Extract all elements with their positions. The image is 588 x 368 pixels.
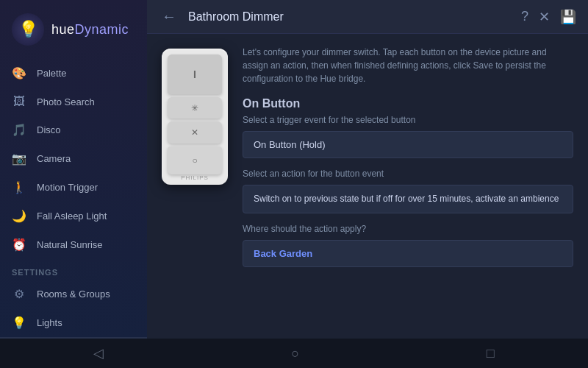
main-content: ← Bathroom Dimmer ? ✕ 💾 I ✳ (147, 0, 588, 339)
nav-recents-button[interactable]: □ (472, 340, 509, 367)
close-button[interactable]: ✕ (539, 9, 550, 25)
palette-icon: 🎨 (12, 66, 26, 80)
sidebar-item-natural-sunrise[interactable]: ⏰ Natural Sunrise (0, 230, 147, 259)
sidebar: 💡 hueDynamic 🎨 Palette 🖼 Photo Search 🎵 … (0, 0, 147, 339)
nav-back-button[interactable]: ◁ (79, 339, 118, 367)
trigger-value[interactable]: On Button (Hold) (243, 131, 573, 158)
button-section-title: On Button (243, 97, 573, 110)
sidebar-item-label: Rooms & Groups (37, 289, 110, 300)
dimmer-dim-button[interactable]: ✕ (168, 121, 222, 144)
sidebar-item-label: Lights (37, 317, 62, 328)
photo-search-icon: 🖼 (12, 95, 26, 108)
sidebar-item-photo-search[interactable]: 🖼 Photo Search (0, 88, 147, 116)
sidebar-item-label: Fall Asleep Light (37, 210, 107, 222)
camera-icon: 📷 (12, 152, 26, 166)
bottom-nav: ◁ ○ □ (0, 339, 588, 368)
nav-home-button[interactable]: ○ (276, 340, 314, 367)
sidebar-item-label: Palette (37, 68, 66, 79)
help-button[interactable]: ? (521, 9, 528, 24)
logo-icon: 💡 (12, 13, 44, 46)
settings-section-label: Settings (0, 259, 147, 280)
trigger-label: Select a trigger event for the selected … (243, 115, 573, 125)
dimmer-brighten-button[interactable]: ✳ (168, 97, 222, 119)
dimmer-switch: I ✳ ✕ ○ PHILIPS (162, 49, 228, 185)
rooms-icon: ⚙ (12, 287, 26, 301)
device-visual: I ✳ ✕ ○ PHILIPS (162, 46, 228, 327)
sidebar-item-palette[interactable]: 🎨 Palette (0, 59, 147, 88)
topbar: ← Bathroom Dimmer ? ✕ 💾 (147, 0, 588, 34)
save-button[interactable]: 💾 (560, 9, 576, 25)
on-icon: I (193, 68, 196, 80)
sidebar-item-camera[interactable]: 📷 Camera (0, 144, 147, 173)
brand-label: PHILIPS (181, 174, 209, 181)
config-panel: Let's configure your dimmer switch. Tap … (243, 46, 573, 327)
dimmer-on-button[interactable]: I (168, 54, 222, 94)
sleep-icon: 🌙 (12, 209, 26, 223)
sidebar-item-label: Natural Sunrise (37, 239, 103, 250)
page-title: Bathroom Dimmer (188, 10, 512, 24)
lights-icon: 💡 (12, 316, 26, 330)
location-value[interactable]: Back Garden (243, 240, 573, 267)
sidebar-item-label: Disco (37, 124, 61, 135)
logo-area: 💡 hueDynamic (0, 0, 147, 59)
app-container: 💡 hueDynamic 🎨 Palette 🖼 Photo Search 🎵 … (0, 0, 588, 339)
action-value[interactable]: Switch on to previous state but if off f… (243, 185, 573, 213)
sidebar-item-label: Photo Search (37, 96, 95, 107)
dim-icon: ✕ (191, 127, 198, 138)
dimmer-off-button[interactable]: ○ (168, 146, 222, 174)
content-area: I ✳ ✕ ○ PHILIPS Let's configure your d (147, 34, 588, 339)
sidebar-item-motion-trigger[interactable]: 🚶 Motion Trigger (0, 173, 147, 202)
sidebar-item-disco[interactable]: 🎵 Disco (0, 116, 147, 144)
sidebar-item-fall-asleep[interactable]: 🌙 Fall Asleep Light (0, 202, 147, 230)
sidebar-item-label: Camera (37, 153, 71, 164)
sunrise-icon: ⏰ (12, 238, 26, 252)
location-label: Where should the action apply? (243, 224, 573, 234)
brighten-icon: ✳ (191, 103, 198, 113)
config-description: Let's configure your dimmer switch. Tap … (243, 46, 573, 85)
action-label: Select an action for the button event (243, 169, 573, 179)
off-icon: ○ (192, 155, 197, 166)
sidebar-item-rooms-groups[interactable]: ⚙ Rooms & Groups (0, 280, 147, 308)
back-button[interactable]: ← (159, 5, 179, 28)
sidebar-item-lights[interactable]: 💡 Lights (0, 308, 147, 337)
motion-icon: 🚶 (12, 180, 26, 194)
logo-text: hueDynamic (51, 22, 129, 38)
disco-icon: 🎵 (12, 123, 26, 137)
topbar-actions: ? ✕ 💾 (521, 9, 576, 25)
sidebar-item-label: Motion Trigger (37, 182, 98, 193)
